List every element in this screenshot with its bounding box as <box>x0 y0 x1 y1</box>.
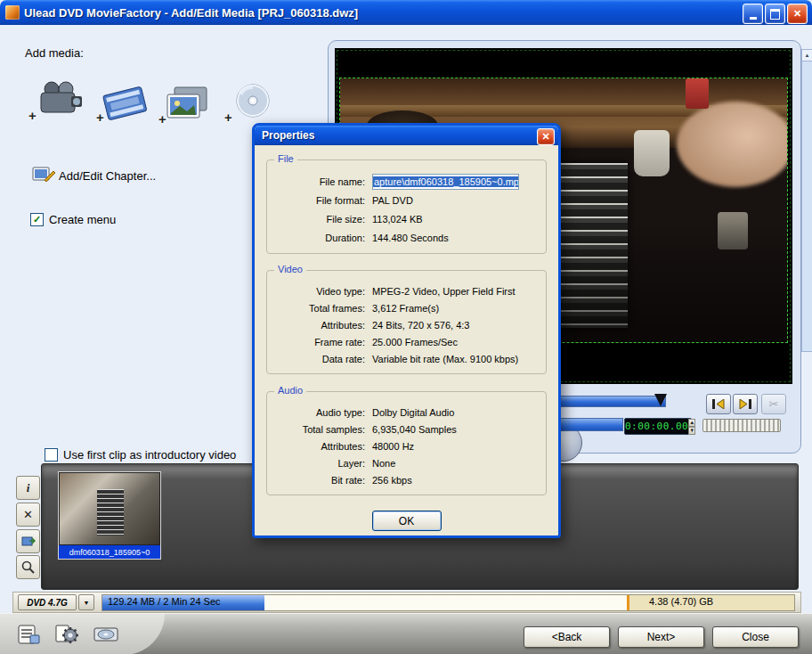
capacity-total-text: 4.38 (4.70) GB <box>649 596 713 607</box>
file-name-label: File name: <box>272 176 365 187</box>
property-label: Layer: <box>272 458 365 469</box>
property-label: Duration: <box>272 233 365 243</box>
chapter-icon <box>32 164 55 184</box>
close-icon: ✕ <box>541 131 549 143</box>
disc-drive-icon <box>93 625 120 644</box>
checkbox-checked-icon[interactable]: ✓ <box>30 213 44 226</box>
clip-zoom-button[interactable] <box>16 555 40 579</box>
clip-export-button[interactable] <box>16 529 40 553</box>
import-disc-button[interactable]: + <box>228 82 280 123</box>
back-button[interactable]: <Back <box>524 626 610 648</box>
clip-thumbnail[interactable]: dmf060318_185905~0 <box>58 471 161 560</box>
check-icon: ✓ <box>33 215 41 225</box>
add-image-button[interactable]: + <box>162 84 214 125</box>
plus-icon: + <box>96 110 104 125</box>
file-name-value: apture\dmf060318_185905~0.mpg <box>373 176 519 187</box>
title-bar: Ulead DVD MovieFactory - Add/Edit Media … <box>0 0 812 25</box>
create-menu-label: Create menu <box>49 213 116 226</box>
camcorder-icon <box>32 80 84 121</box>
ok-button[interactable]: OK <box>372 511 442 531</box>
burn-tools-button[interactable] <box>91 620 123 649</box>
property-value: 3,612 Frame(s) <box>372 303 540 314</box>
property-label: Video type: <box>272 286 365 297</box>
video-group-caption: Video <box>274 264 306 274</box>
vertical-scrollbar[interactable]: ▲ <box>801 49 812 352</box>
property-value: 24 Bits, 720 x 576, 4:3 <box>372 320 540 331</box>
spin-up-icon: ▲ <box>689 420 694 426</box>
next-button[interactable]: Next> <box>618 626 704 648</box>
next-frame-button[interactable] <box>733 394 758 414</box>
app-window: Ulead DVD MovieFactory - Add/Edit Media … <box>0 0 812 654</box>
capacity-usage-text: 129.24 MB / 2 Min 24 Sec <box>108 596 221 607</box>
property-value: MPEG-2 Video, Upper Field First <box>372 286 540 297</box>
next-frame-icon <box>738 399 752 409</box>
timecode-display: 0:00:00.00 ▲ ▼ <box>624 418 692 435</box>
property-label: Attributes: <box>272 441 365 452</box>
property-label: Attributes: <box>272 320 365 331</box>
jog-wheel[interactable] <box>702 419 781 432</box>
properties-dialog: Properties ✕ File File name: apture\dmf0… <box>252 123 561 538</box>
property-value: 256 kbps <box>372 475 540 486</box>
clip-delete-button[interactable]: ✕ <box>16 503 40 527</box>
disc-icon <box>228 82 274 123</box>
property-label: Audio type: <box>272 407 365 418</box>
file-group: File File name: apture\dmf060318_185905~… <box>266 159 547 254</box>
cut-clip-button[interactable]: ✂ <box>761 394 786 414</box>
info-icon: i <box>27 481 30 495</box>
scroll-up-icon[interactable]: ▲ <box>802 50 812 61</box>
magnifier-icon <box>21 560 35 574</box>
timecode-spin-up[interactable]: ▲ <box>688 419 695 427</box>
file-group-caption: File <box>274 153 297 164</box>
property-value: 144.480 Seconds <box>372 233 540 243</box>
property-label: Bit rate: <box>272 475 365 486</box>
property-value: PAL DVD <box>372 195 540 206</box>
disc-type-button[interactable]: DVD 4.7G <box>18 594 77 610</box>
footer-toolbar: <Back Next> Close <box>0 613 812 654</box>
property-value: Dolby Digital Audio <box>372 407 540 418</box>
capture-video-button[interactable]: + <box>32 80 84 121</box>
property-label: Total frames: <box>272 303 365 314</box>
window-title: Ulead DVD MovieFactory - Add/Edit Media … <box>24 6 358 20</box>
property-value: None <box>372 458 540 469</box>
filmstrip-icon <box>100 82 150 123</box>
property-label: Data rate: <box>272 354 365 364</box>
disc-type-dropdown[interactable]: ▼ <box>78 594 94 610</box>
property-label: File size: <box>272 214 365 225</box>
properties-dialog-titlebar: Properties ✕ <box>255 126 558 145</box>
disc-capacity-bar: DVD 4.7G ▼ 129.24 MB / 2 Min 24 Sec 4.38… <box>12 592 801 613</box>
close-button[interactable]: ✕ <box>787 4 808 24</box>
properties-dialog-title: Properties <box>262 129 314 142</box>
task-list-icon <box>17 624 40 645</box>
dropdown-icon: ▼ <box>84 600 90 606</box>
properties-close-button[interactable]: ✕ <box>537 128 555 145</box>
gear-icon <box>55 623 80 646</box>
property-value: Variable bit rate (Max. 9100 kbps) <box>372 354 540 364</box>
scissors-icon: ✂ <box>769 397 779 411</box>
property-label: Total samples: <box>272 424 365 435</box>
checkbox-unchecked-icon[interactable] <box>45 448 58 462</box>
property-value: 25.000 Frames/Sec <box>372 337 540 347</box>
timecode-spin-down[interactable]: ▼ <box>688 427 695 435</box>
close-wizard-button[interactable]: Close <box>712 626 799 648</box>
property-value: 6,935,040 Samples <box>372 424 540 435</box>
property-value: 113,024 KB <box>372 214 540 225</box>
intro-video-label: Use first clip as introductory video <box>63 448 236 462</box>
previous-frame-button[interactable] <box>706 394 731 414</box>
clip-thumbnail-image <box>60 473 159 544</box>
preferences-button[interactable] <box>52 620 84 649</box>
clip-info-button[interactable]: i <box>16 476 40 500</box>
add-edit-chapter-link[interactable]: Add/Edit Chapter... <box>59 169 156 183</box>
footer-tool-cluster <box>0 614 165 654</box>
clip-name-label: dmf060318_185905~0 <box>59 545 160 559</box>
minimize-button[interactable] <box>743 4 763 24</box>
project-settings-button[interactable] <box>12 620 45 649</box>
property-value: 48000 Hz <box>372 441 540 452</box>
file-name-input[interactable]: apture\dmf060318_185905~0.mpg <box>372 174 519 190</box>
property-label: File format: <box>272 195 365 206</box>
add-video-button[interactable]: + <box>100 82 151 123</box>
close-icon: ✕ <box>793 8 801 20</box>
intro-video-checkbox-row[interactable]: Use first clip as introductory video <box>45 448 236 462</box>
create-menu-checkbox-row[interactable]: ✓ Create menu <box>30 213 116 226</box>
seek-handle[interactable] <box>654 394 667 406</box>
maximize-button[interactable] <box>765 4 785 24</box>
